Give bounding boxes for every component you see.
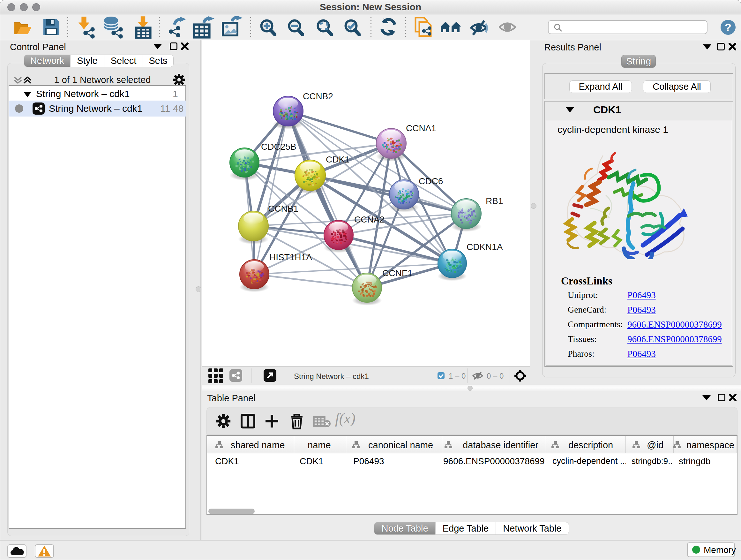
svg-text:CDC25B: CDC25B: [261, 142, 296, 152]
svg-text:CCNB1: CCNB1: [268, 204, 298, 213]
svg-text:CCNA2: CCNA2: [354, 214, 385, 225]
svg-text:CDK1: CDK1: [326, 154, 350, 165]
svg-text:CCNA1: CCNA1: [406, 123, 436, 133]
svg-text:RB1: RB1: [486, 196, 503, 206]
svg-text:CCNB2: CCNB2: [303, 91, 333, 101]
svg-text:HIST1H1A: HIST1H1A: [269, 252, 312, 262]
svg-text:CCNE1: CCNE1: [382, 268, 413, 278]
svg-text:CDC6: CDC6: [419, 176, 443, 186]
svg-text:CDKN1A: CDKN1A: [467, 242, 503, 252]
